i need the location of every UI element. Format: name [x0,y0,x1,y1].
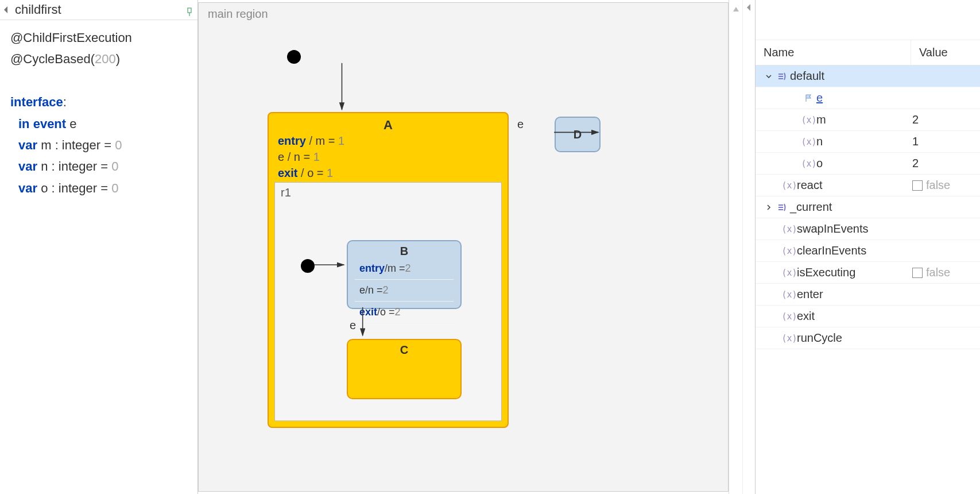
in-event-keyword: in event [18,117,66,131]
app-root: childfirst @ChildFirstExecution @CycleBa… [0,0,980,494]
statechart-title: childfirst [15,2,185,17]
react-checkbox[interactable] [912,180,923,191]
op-swapinevents-row[interactable]: (x) swapInEvents [756,218,980,240]
back-arrow-icon[interactable] [1,5,11,15]
variable-icon: (x) [801,137,816,147]
var-n-name: n [816,135,912,148]
operation-icon: (x) [782,268,797,278]
var-n-row[interactable]: (x) n 1 [756,131,980,153]
variables-col-value[interactable]: Value [911,40,980,65]
pin-icon[interactable] [185,5,194,14]
state-d-title: D [574,128,582,141]
scope-current-label: _current [790,200,912,214]
state-a-title: A [278,118,498,133]
op-react-name: react [797,179,912,192]
var-o-value: 2 [912,157,975,170]
initial-node-main[interactable] [287,50,301,64]
var-m-row[interactable]: (x) m 2 [756,109,980,131]
operation-icon: (x) [782,224,797,234]
state-b[interactable]: B entry / m = 2 e / n = 2 exit / o = 2 [347,240,462,309]
initial-node-r1[interactable] [301,259,315,273]
transition-label-a-to-d: e [517,118,524,131]
definition-header: childfirst [0,0,197,20]
scope-default[interactable]: default [756,65,980,87]
event-name-e: e [69,117,76,131]
scroll-up-icon[interactable] [733,3,739,16]
svg-marker-0 [4,6,7,13]
react-bool: false [926,179,950,192]
state-c-title: C [348,340,460,357]
flag-icon [801,94,816,103]
variable-icon: (x) [801,115,816,125]
canvas-scrollbar[interactable] [729,0,742,494]
operation-icon: (x) [782,333,797,344]
var-n-value: 1 [912,135,975,148]
annotation-childfirst: @ChildFirstExecution [10,30,132,45]
operation-icon: (x) [782,180,797,191]
state-b-title: B [355,245,454,258]
scope-current[interactable]: _current [756,196,980,218]
variable-icon: (x) [801,159,816,169]
definition-panel: childfirst @ChildFirstExecution @CycleBa… [0,0,198,494]
svg-marker-8 [747,4,750,11]
interface-keyword: interface [10,95,63,109]
transition-label-b-to-c: e [350,319,356,332]
collapse-right-icon[interactable] [742,0,755,494]
op-enter-row[interactable]: (x) enter [756,284,980,306]
chevron-right-icon[interactable] [762,204,775,211]
op-clearinevents-row[interactable]: (x) clearInEvents [756,240,980,262]
svg-marker-7 [733,7,739,11]
event-e-row[interactable]: e [756,87,980,109]
operation-icon: (x) [782,290,797,300]
variables-col-name[interactable]: Name [756,40,911,65]
isexecuting-checkbox[interactable] [912,268,923,278]
state-a[interactable]: A entry / m = 1 e / n = 1 exit / o = 1 r… [268,112,509,428]
annotation-cyclebased-value: 200 [95,52,116,66]
scope-icon [775,203,790,212]
state-d[interactable]: D [555,117,601,152]
op-runcycle-row[interactable]: (x) runCycle [756,327,980,349]
op-exit-row[interactable]: (x) exit [756,306,980,327]
operation-icon: (x) [782,246,797,256]
event-e-link[interactable]: e [816,91,823,104]
main-region-label: main region [208,7,268,21]
scope-icon [775,72,790,81]
statechart-canvas[interactable]: main region A entry / m = 1 e / n = 1 ex… [198,2,729,492]
operation-icon: (x) [782,311,797,322]
region-r1[interactable]: r1 B entry / m = 2 e / n = 2 exit / o = … [274,182,502,421]
op-isexecuting-row[interactable]: (x) isExecuting false [756,262,980,284]
variables-header: Name Value [756,40,980,65]
svg-rect-1 [188,8,191,13]
var-o-row[interactable]: (x) o 2 [756,153,980,175]
scope-default-label: default [790,70,912,83]
chevron-down-icon[interactable] [762,73,775,80]
region-r1-label: r1 [281,186,291,199]
annotation-cyclebased-suffix: ) [116,52,120,66]
var-o-name: o [816,157,912,170]
annotation-cyclebased-prefix: @CycleBased( [10,52,95,66]
variables-panel: Name Value default [755,0,980,494]
definition-code[interactable]: @ChildFirstExecution @CycleBased(200) in… [0,20,197,206]
variables-tree: default e (x) m 2 (x [756,65,980,349]
variables-panel-top-gap [756,0,980,40]
op-react-row[interactable]: (x) react false [756,175,980,196]
var-m-name: m [816,113,912,126]
var-m-value: 2 [912,113,975,126]
state-c[interactable]: C [347,339,462,399]
